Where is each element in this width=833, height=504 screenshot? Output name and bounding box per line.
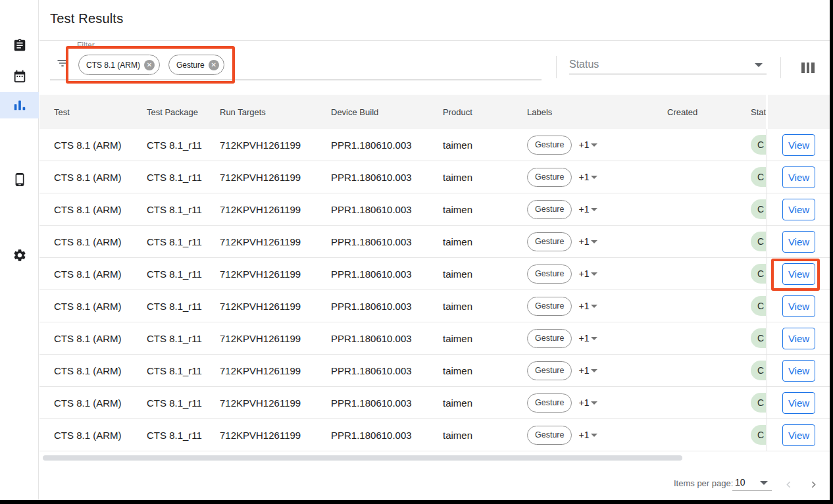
status-chip: C	[751, 361, 766, 380]
more-labels[interactable]: +1	[578, 365, 589, 376]
caret-down-icon[interactable]	[591, 305, 597, 308]
table-row[interactable]: CTS 8.1 (ARM) CTS 8.1_r11 712KPVH1261199…	[39, 258, 833, 290]
label-chip[interactable]: Gesture	[527, 393, 572, 413]
screen-edge-right	[830, 0, 833, 504]
view-button[interactable]: View	[782, 392, 815, 414]
cell-device-build: PPR1.180610.003	[331, 333, 443, 344]
table-row[interactable]: CTS 8.1 (ARM) CTS 8.1_r11 712KPVH1261199…	[39, 129, 833, 161]
cell-test: CTS 8.1 (ARM)	[54, 430, 147, 441]
caret-down-icon[interactable]	[591, 240, 597, 243]
cell-test-package: CTS 8.1_r11	[147, 365, 220, 376]
caret-down-icon[interactable]	[591, 401, 597, 405]
table-row[interactable]: CTS 8.1 (ARM) CTS 8.1_r11 712KPVH1261199…	[39, 226, 833, 258]
view-button[interactable]: View	[782, 134, 815, 156]
cell-product: taimen	[443, 268, 527, 280]
cell-test-package: CTS 8.1_r11	[147, 204, 220, 215]
table-row[interactable]: CTS 8.1 (ARM) CTS 8.1_r11 712KPVH1261199…	[39, 290, 833, 322]
toolbar-divider	[556, 56, 557, 78]
view-button[interactable]: View	[782, 295, 815, 317]
more-labels[interactable]: +1	[578, 333, 589, 343]
cell-test-package: CTS 8.1_r11	[147, 236, 220, 247]
label-chip[interactable]: Gesture	[527, 426, 572, 445]
cell-test: CTS 8.1 (ARM)	[54, 204, 147, 215]
test-results-page: Test Results Filter CTS 8.1 (ARM)✕ Gestu…	[0, 0, 833, 504]
sidebar-item-test-results[interactable]	[0, 92, 39, 118]
cell-test-package: CTS 8.1_r11	[147, 172, 220, 183]
clipboard-icon	[13, 38, 27, 53]
items-per-page-value[interactable]: 10	[735, 477, 745, 488]
table-row[interactable]: CTS 8.1 (ARM) CTS 8.1_r11 712KPVH1261199…	[39, 387, 833, 419]
column-header: Created	[667, 107, 751, 117]
more-labels[interactable]: +1	[578, 236, 589, 247]
more-labels[interactable]: +1	[578, 204, 589, 214]
view-column-icon[interactable]	[801, 63, 815, 73]
caret-down-icon[interactable]	[591, 143, 597, 147]
view-button[interactable]: View	[782, 424, 815, 446]
more-labels[interactable]: +1	[578, 301, 589, 311]
caret-down-icon[interactable]	[755, 63, 763, 67]
cell-run-targets: 712KPVH1261199	[220, 172, 331, 183]
caret-down-icon[interactable]	[591, 272, 597, 276]
caret-down-icon[interactable]	[591, 208, 597, 211]
sidebar-item-test-plans[interactable]	[0, 32, 39, 59]
table-row[interactable]: CTS 8.1 (ARM) CTS 8.1_r11 712KPVH1261199…	[39, 419, 833, 451]
cell-device-build: PPR1.180610.003	[331, 301, 443, 312]
cell-status: C	[751, 232, 766, 251]
cell-test: CTS 8.1 (ARM)	[54, 236, 147, 247]
cell-labels: Gesture +1	[527, 168, 667, 187]
cell-product: taimen	[443, 365, 527, 376]
view-button[interactable]: View	[782, 199, 815, 220]
label-chip[interactable]: Gesture	[527, 232, 572, 251]
cell-status: C	[751, 425, 766, 445]
label-chip[interactable]: Gesture	[527, 297, 572, 316]
cell-status: C	[751, 264, 766, 284]
more-labels[interactable]: +1	[578, 268, 589, 279]
column-header: Product	[443, 107, 527, 117]
caret-down-icon[interactable]	[591, 369, 597, 372]
status-select[interactable]: Status	[569, 59, 599, 70]
screen-edge-bottom	[0, 500, 833, 504]
column-header: Status	[751, 107, 766, 117]
view-button[interactable]: View	[782, 231, 815, 253]
more-labels[interactable]: +1	[578, 430, 589, 440]
label-chip[interactable]: Gesture	[527, 361, 572, 380]
label-chip[interactable]: Gesture	[527, 329, 572, 348]
cell-labels: Gesture +1	[527, 393, 667, 413]
cell-test: CTS 8.1 (ARM)	[54, 301, 147, 312]
sidebar-item-devices[interactable]	[0, 166, 39, 193]
cell-test-package: CTS 8.1_r11	[147, 301, 220, 312]
chevron-right-icon[interactable]	[808, 479, 819, 490]
label-chip[interactable]: Gesture	[527, 168, 572, 187]
table-row[interactable]: CTS 8.1 (ARM) CTS 8.1_r11 712KPVH1261199…	[39, 161, 833, 193]
cell-status: C	[751, 393, 766, 413]
horizontal-scrollbar[interactable]	[43, 455, 682, 461]
label-chip[interactable]: Gesture	[527, 200, 572, 219]
view-button[interactable]: View	[782, 166, 815, 188]
gear-icon	[13, 248, 27, 263]
caret-down-icon[interactable]	[760, 481, 768, 485]
caret-down-icon[interactable]	[591, 337, 597, 340]
cell-run-targets: 712KPVH1261199	[220, 365, 331, 376]
actions-column-divider	[767, 129, 767, 451]
sidebar-item-settings[interactable]	[0, 242, 39, 268]
label-chip[interactable]: Gesture	[527, 136, 572, 155]
view-button[interactable]: View	[782, 328, 815, 349]
more-labels[interactable]: +1	[578, 397, 589, 408]
sidebar-item-schedule[interactable]	[0, 63, 39, 89]
cell-labels: Gesture +1	[527, 329, 667, 348]
caret-down-icon[interactable]	[591, 176, 597, 179]
cell-test: CTS 8.1 (ARM)	[54, 333, 147, 344]
table-row[interactable]: CTS 8.1 (ARM) CTS 8.1_r11 712KPVH1261199…	[39, 355, 833, 387]
table-row[interactable]: CTS 8.1 (ARM) CTS 8.1_r11 712KPVH1261199…	[39, 322, 833, 355]
caret-down-icon[interactable]	[591, 434, 597, 437]
cell-test-package: CTS 8.1_r11	[147, 139, 220, 151]
label-chip[interactable]: Gesture	[527, 265, 572, 284]
view-button[interactable]: View	[782, 360, 815, 382]
more-labels[interactable]: +1	[578, 172, 589, 182]
cell-test: CTS 8.1 (ARM)	[54, 139, 147, 151]
chevron-left-icon[interactable]	[783, 479, 794, 490]
cell-status: C	[751, 328, 766, 348]
cell-labels: Gesture +1	[527, 297, 667, 316]
table-row[interactable]: CTS 8.1 (ARM) CTS 8.1_r11 712KPVH1261199…	[39, 193, 833, 226]
more-labels[interactable]: +1	[578, 139, 589, 150]
